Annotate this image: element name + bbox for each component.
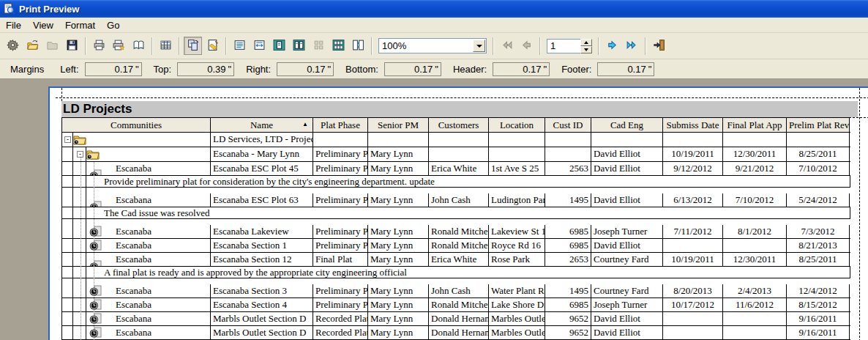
fit-width-button[interactable] [250,37,269,55]
last-page-button[interactable] [623,37,641,55]
cell-finalapp [723,326,787,339]
communities-cell: - [62,133,211,147]
column-header-submiss[interactable]: Submiss Date [663,118,723,132]
facing-pages-icon [352,39,364,53]
communities-value: Escabana [62,327,151,338]
page-spinner[interactable] [580,39,592,53]
print-setup-button[interactable] [110,37,128,55]
right-margin-field[interactable]: 0.17" [277,62,334,76]
page-number-input[interactable] [547,39,580,53]
table-row: EscanabaEscanaba Section 4Preliminary Pl… [62,298,850,312]
cell-prelimrev: 8/25/2011 [787,147,850,161]
page-setup-button[interactable] [203,37,222,55]
datasheet-view-button[interactable] [157,37,175,55]
left-margin-field[interactable]: 0.17" [85,62,142,76]
cell-custid [545,133,591,147]
printer-icon [93,39,105,53]
whole-page-button[interactable] [270,37,288,55]
toolbar-separator [539,37,541,55]
column-header-customers[interactable]: Customers [429,118,489,132]
record-clock-icon [89,226,102,237]
whole-page-icon [273,39,285,53]
communities-cell: Escanaba [62,284,211,298]
column-header-prelimrev[interactable]: Prelim Plat Rev [787,118,850,132]
cell-location [489,133,545,147]
menu-format[interactable]: Format [59,18,101,32]
spin-up-button[interactable] [580,39,592,46]
copy-settings-button[interactable] [184,37,202,55]
spin-down-button[interactable] [580,46,592,53]
cell-plat: Preliminary Pl: [313,147,368,161]
column-header-communities[interactable]: Communities [62,118,211,132]
column-header-name[interactable]: Name▲ [211,118,313,132]
cell-customers: Donald Hernand [429,326,489,339]
column-header-finalapp[interactable]: Final Plat App [723,118,787,132]
cell-finalapp: 12/30/2011 [723,147,787,161]
save-button[interactable] [63,37,81,55]
column-header-custid[interactable]: Cust ID [545,118,591,132]
title-bar: Print Preview [0,0,868,18]
cell-cadeng: David Elliot [591,193,663,207]
cell-pm [368,133,429,147]
zoom-combobox[interactable]: 100% [378,38,487,53]
communities-value: Escabana [62,313,151,324]
preview-button[interactable] [130,37,148,55]
record-clock-icon [89,285,102,297]
bottom-margin-label: Bottom: [345,64,378,75]
header-margin-field[interactable]: 0.17" [493,62,550,76]
zoom-dropdown-button[interactable] [473,40,485,52]
column-header-location[interactable]: Location [489,118,545,132]
column-header-label: Cad Eng [610,119,643,130]
menu-go[interactable]: Go [101,18,125,32]
facing-pages-button[interactable] [349,37,367,55]
column-header-pm[interactable]: Senior PM [368,118,429,132]
footer-margin-label: Footer: [561,64,591,75]
cell-submiss: 10/19/2011 [663,253,723,266]
close-preview-button[interactable] [650,37,668,55]
communities-value: Escabana [62,194,151,205]
cell-cadeng: Joseph Turner [591,225,663,238]
cell-finalapp [723,239,787,252]
multiple-pages-button[interactable] [329,37,348,55]
row-gap [62,278,850,284]
cell-name: LD Services, LTD - Projects [211,133,313,147]
cell-custid [545,147,591,161]
settings-button[interactable] [4,37,22,55]
bottom-margin-field[interactable]: 0.17" [384,62,441,76]
cell-pm: Mary Lynn [368,284,429,298]
margins-bar: Margins Left: 0.17" Top: 0.39" Right: 0.… [0,59,868,79]
menu-file[interactable]: File [0,18,27,32]
note-text: The Cad issue was resolved [62,207,209,218]
cell-plat: Preliminary Pl: [313,225,368,238]
communities-cell: Escanaba [62,298,211,311]
collapse-button[interactable]: - [64,136,71,143]
datasheet-icon [160,39,172,53]
communities-value: Escanaba [62,285,151,296]
top-margin-field[interactable]: 0.39" [177,62,234,76]
header-margin-guide [56,97,868,98]
menu-view[interactable]: View [27,18,59,32]
column-header-cadeng[interactable]: Cad Eng [591,118,663,132]
two-pages-button[interactable] [290,37,308,55]
collapse-button[interactable]: - [77,151,83,158]
cell-cadeng: David Elliot [591,326,663,339]
zoom-normal-button[interactable] [231,37,249,55]
column-header-plat[interactable]: Plat Phase [313,118,368,132]
next-page-button[interactable] [603,37,621,55]
report-page[interactable]: LD Projects CommunitiesName▲Plat PhaseSe… [48,86,868,340]
toolbar-separator [151,37,153,55]
tree-dotted-line [81,155,81,340]
first-page-icon [501,39,513,53]
note-row: Provide preliminary plat for considerati… [62,176,850,188]
cell-location: Water Plant Rd [489,284,545,298]
footer-margin-field[interactable]: 0.17" [597,62,654,76]
cell-prelimrev: 8/21/2013 [787,239,850,252]
cell-submiss [663,326,723,339]
cell-customers [429,133,489,147]
table-row: EscabanaMarbls Outlet Section DRecorded … [62,326,850,340]
print-button[interactable] [90,37,108,55]
cell-prelimrev: 5/24/2012 [787,193,850,207]
preview-area: LD Projects CommunitiesName▲Plat PhaseSe… [0,79,868,340]
open-button[interactable] [23,37,42,55]
left-margin-label: Left: [60,64,78,75]
